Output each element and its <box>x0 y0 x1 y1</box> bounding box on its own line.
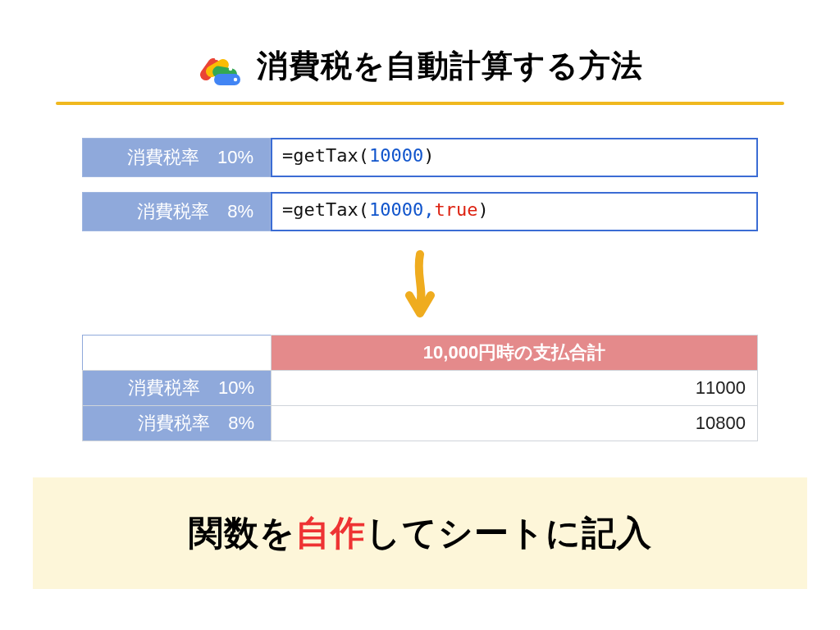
table-header-blank <box>83 336 272 371</box>
page-header: 消費税を自動計算する方法 <box>0 0 840 102</box>
table-header-total: 10,000円時の支払合計 <box>272 336 758 371</box>
formula-prefix: = <box>282 145 293 166</box>
arrow-down-icon <box>82 246 758 335</box>
formula-fn: getTax <box>293 199 358 220</box>
formula-bool: true <box>434 199 477 220</box>
page-title: 消費税を自動計算する方法 <box>257 45 643 87</box>
apps-script-logo-icon <box>198 46 245 87</box>
formula-row-8pct: 消費税率 8% =getTax(10000,true) <box>82 192 758 231</box>
formula-open: ( <box>358 199 369 220</box>
callout-text-emphasis: 自作 <box>295 514 366 552</box>
tax-rate-label: 消費税率 10% <box>82 138 271 177</box>
formula-args: 10000, <box>369 199 434 220</box>
row-value: 11000 <box>272 371 758 406</box>
formula-close: ) <box>477 199 488 220</box>
formula-open: ( <box>358 145 369 166</box>
svg-point-5 <box>214 56 217 59</box>
row-label: 消費税率 10% <box>83 371 272 406</box>
formula-fn: getTax <box>293 145 358 166</box>
formula-args: 10000 <box>369 145 423 166</box>
callout-banner: 関数を自作してシートに記入 <box>33 477 807 589</box>
table-row: 消費税率 8% 10800 <box>83 406 758 441</box>
formula-prefix: = <box>282 199 293 220</box>
tax-rate-label: 消費税率 8% <box>82 192 271 231</box>
content-area: 消費税率 10% =getTax(10000) 消費税率 8% =getTax(… <box>0 105 840 441</box>
formula-row-10pct: 消費税率 10% =getTax(10000) <box>82 138 758 177</box>
svg-point-6 <box>228 66 231 70</box>
table-header-row: 10,000円時の支払合計 <box>83 336 758 371</box>
row-value: 10800 <box>272 406 758 441</box>
formula-input-8pct[interactable]: =getTax(10000,true) <box>271 192 758 231</box>
result-table: 10,000円時の支払合計 消費税率 10% 11000 消費税率 8% 108… <box>82 335 758 441</box>
formula-input-10pct[interactable]: =getTax(10000) <box>271 138 758 177</box>
svg-point-4 <box>205 56 208 59</box>
svg-point-7 <box>233 77 236 80</box>
row-label: 消費税率 8% <box>83 406 272 441</box>
callout-text-a: 関数を <box>189 514 295 552</box>
table-row: 消費税率 10% 11000 <box>83 371 758 406</box>
formula-close: ) <box>423 145 434 166</box>
callout-text-c: してシートに記入 <box>366 514 652 552</box>
